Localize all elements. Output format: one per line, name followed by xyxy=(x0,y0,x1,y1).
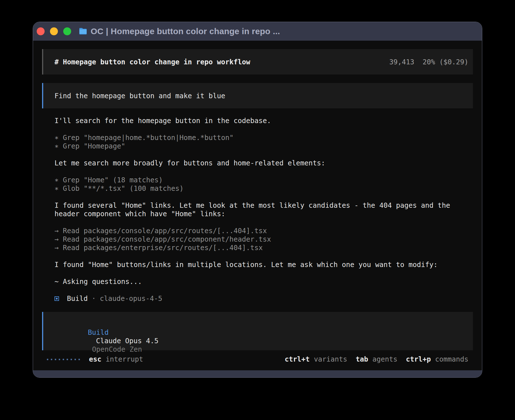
tool-call-grep: ∗ Grep "homepage|home.*button|Home.*butt… xyxy=(54,134,473,142)
agent-name: Build xyxy=(67,294,88,303)
window-titlebar[interactable]: OC | Homepage button color change in rep… xyxy=(33,22,482,41)
tool-call-grep: ∗ Grep "Homepage" xyxy=(54,142,473,150)
agent-status-line: Build · claude-opus-4-5 xyxy=(54,294,473,303)
assistant-text: Let me search more broadly for buttons a… xyxy=(54,159,473,167)
esc-key-label: interrupt xyxy=(106,355,143,364)
hint-agents: tab agents xyxy=(356,355,398,364)
traffic-lights xyxy=(37,27,77,35)
terminal-content: # Homepage button color change in repo w… xyxy=(33,41,482,370)
tab-key-hint: tab xyxy=(356,355,368,364)
build-agent-icon xyxy=(54,296,59,301)
zoom-window-button[interactable] xyxy=(63,27,71,35)
keybind-hints: ctrl+t variants tab agents ctrl+p comman… xyxy=(276,355,468,364)
tool-call-read: → Read packages/enterprise/src/routes/[.… xyxy=(54,244,473,252)
session-title: # Homepage button color change in repo w… xyxy=(54,58,250,66)
esc-key-hint: esc xyxy=(89,355,101,364)
window-title: OC | Homepage button color change in rep… xyxy=(91,27,280,36)
ctrl-t-key-hint: ctrl+t xyxy=(285,355,310,364)
ctrl-t-key-label: variants xyxy=(314,355,347,364)
input-model-label[interactable]: Claude Opus 4.5 xyxy=(96,337,158,345)
assistant-text: header component which have "Home" links… xyxy=(54,210,473,218)
tool-call-glob: ∗ Glob "**/*.tsx" (100 matches) xyxy=(54,184,473,193)
separator-dot: · xyxy=(92,294,96,303)
tool-call-read: → Read packages/console/app/src/componen… xyxy=(54,235,473,244)
assistant-working-text: ~ Asking questions... xyxy=(54,277,473,286)
input-mode-label[interactable]: Build xyxy=(88,328,109,336)
hint-commands: ctrl+p commands xyxy=(406,355,468,364)
tool-call-grep: ∗ Grep "Home" (18 matches) xyxy=(54,176,473,184)
close-window-button[interactable] xyxy=(37,27,45,35)
user-message-block: Find the homepage button and make it blu… xyxy=(42,83,473,108)
ctrl-p-key-hint: ctrl+p xyxy=(406,355,431,364)
assistant-messages: I'll search for the homepage button in t… xyxy=(42,117,473,303)
assistant-text: I found several "Home" links. Let me loo… xyxy=(54,201,473,210)
tab-key-label: agents xyxy=(372,355,398,364)
assistant-text: I'll search for the homepage button in t… xyxy=(54,117,473,125)
minimize-window-button[interactable] xyxy=(50,27,58,35)
terminal-window: OC | Homepage button color change in rep… xyxy=(33,22,482,378)
assistant-text: I found "Home" buttons/links in multiple… xyxy=(54,261,473,269)
desktop-background: { "colors":{ "accent":"#4f8fdf","chrome"… xyxy=(0,0,515,420)
prompt-input[interactable]: Build Claude Opus 4.5 OpenCode Zen xyxy=(42,312,473,350)
spinner-dots xyxy=(47,359,80,360)
folder-icon xyxy=(79,28,87,35)
user-message-text: Find the homepage button and make it blu… xyxy=(54,92,225,100)
tool-call-read: → Read packages/console/app/src/routes/[… xyxy=(54,227,473,235)
agent-model: claude-opus-4-5 xyxy=(100,294,162,303)
window-bottom-chrome xyxy=(33,370,482,377)
input-provider-label: OpenCode Zen xyxy=(92,345,142,353)
ctrl-p-key-label: commands xyxy=(435,355,468,364)
session-stats: 39,413 20% ($0.29) xyxy=(389,58,468,66)
hint-variants: ctrl+t variants xyxy=(285,355,347,364)
session-header: # Homepage button color change in repo w… xyxy=(42,49,473,75)
